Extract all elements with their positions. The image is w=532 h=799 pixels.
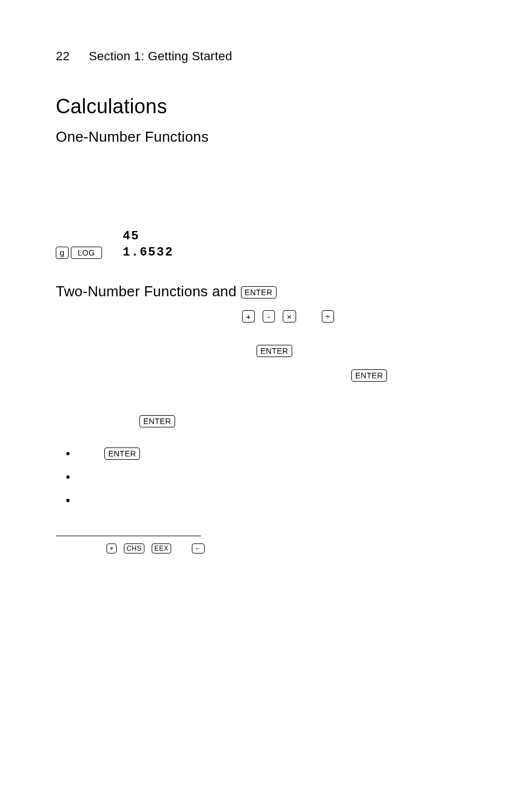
manual-page: 22 Section 1: Getting Started Calculatio… [0, 0, 532, 799]
chs-key: CHS [124, 543, 144, 553]
heading-two-number-text: Two-Number Functions and [56, 283, 241, 300]
enter-line-1: ENTER [257, 345, 476, 357]
enter-key: ENTER [351, 369, 387, 382]
heading-one-number: One-Number Functions [56, 128, 476, 146]
running-header: 22 Section 1: Getting Started [56, 49, 476, 64]
display-value: 45 [123, 229, 212, 243]
example-row: g LOG 1.6532 Result: log 45. [56, 246, 476, 259]
enter-line-2: ENTER [351, 369, 476, 382]
bullet-list: Use ENTER to separate successive number … [56, 444, 476, 508]
example-row: 45 Key in the number. [56, 229, 476, 243]
page-number: 22 [56, 49, 70, 63]
divide-key: ÷ [322, 310, 335, 323]
plus-key: + [242, 310, 255, 323]
eex-key: EEX [152, 543, 172, 553]
row-note: Key in the number. [212, 229, 476, 242]
list-item: Results appear immediately after the fun… [81, 491, 476, 508]
backspace-key: ← [192, 543, 205, 553]
plus-key: + [107, 543, 117, 553]
section-label: Section 1: Getting Started [89, 49, 232, 63]
enter-key: ENTER [241, 286, 277, 299]
list-item: Key in both numbers before pressing the … [81, 468, 476, 484]
footnote-rule [56, 536, 201, 536]
operators-line: + - × ÷ [242, 310, 476, 323]
enter-line-3: ENTER [139, 415, 476, 427]
heading-calculations: Calculations [56, 95, 476, 118]
enter-key: ENTER [104, 447, 140, 460]
display-value: 1.6532 [123, 246, 212, 259]
enter-key: ENTER [257, 345, 292, 357]
log-key: LOG [71, 247, 102, 259]
minus-key: - [263, 310, 275, 323]
row-note: Result: log 45. [212, 246, 476, 258]
enter-key: ENTER [139, 415, 175, 427]
list-item: Use ENTER to separate successive number … [81, 444, 476, 461]
footnote: * Except for + CHS EEX and ← , which are… [56, 542, 476, 554]
g-key: g [56, 247, 69, 259]
heading-two-number: Two-Number Functions and ENTER [56, 283, 476, 300]
multiply-key: × [283, 310, 296, 323]
intro-paragraph: A one-number function performs an operat… [56, 156, 476, 220]
